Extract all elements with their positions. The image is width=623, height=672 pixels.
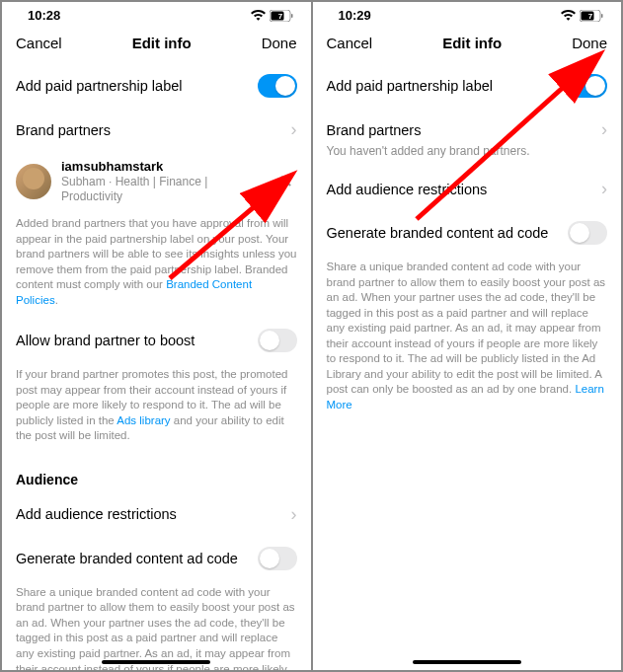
paid-partnership-toggle[interactable] [568,74,607,98]
brand-partners-row[interactable]: Brand partners › [2,109,311,151]
wifi-icon [251,10,266,21]
gen-help-body: Share a unique branded content ad code w… [16,586,295,670]
svg-text:7: 7 [588,12,593,21]
battery-icon: 7 [270,10,293,22]
audience-restrictions-row[interactable]: Add audience restrictions › [313,168,622,210]
done-button[interactable]: Done [572,35,607,51]
done-button[interactable]: Done [262,35,297,51]
phone-left: 10:28 7 Cancel Edit info Done Add paid p… [2,2,311,670]
cancel-button[interactable]: Cancel [16,35,62,51]
generate-code-toggle[interactable] [258,547,297,570]
svg-rect-8 [601,14,603,18]
content: Add paid partnership label Brand partner… [2,63,311,670]
avatar [16,164,51,199]
battery-icon: 7 [580,10,603,22]
page-title: Edit info [442,35,502,51]
status-right: 7 [251,10,293,22]
audience-section-label: Audience [2,454,311,493]
ads-library-link[interactable]: Ads library [117,414,170,426]
audience-restrictions-row[interactable]: Add audience restrictions › [2,493,311,536]
cancel-button[interactable]: Cancel [327,35,373,51]
generate-code-row[interactable]: Generate branded content ad code [313,210,622,256]
generate-code-label: Generate branded content ad code [327,225,549,241]
partners-help-text: Added brand partners that you have appro… [2,212,311,318]
nav-header: Cancel Edit info Done [313,25,622,63]
wifi-icon [561,10,576,21]
audience-restrictions-label: Add audience restrictions [327,182,488,197]
generate-code-toggle[interactable] [568,221,607,245]
status-bar: 10:29 7 [313,2,622,25]
gen-help-text: Share a unique branded content ad code w… [313,256,622,422]
partner-card: iamsubhamstark Subham · Health | Finance… [2,151,311,212]
page-title: Edit info [132,35,192,51]
allow-boost-label: Allow brand partner to boost [16,333,195,348]
status-bar: 10:28 7 [2,2,311,25]
generate-code-label: Generate branded content ad code [16,551,238,566]
home-indicator[interactable] [413,660,521,664]
chevron-right-icon: › [601,119,607,140]
allow-boost-toggle[interactable] [258,329,297,352]
status-time: 10:28 [28,8,60,23]
home-indicator[interactable] [102,660,210,664]
phone-right: 10:29 7 Cancel Edit info Done Add paid p… [313,2,622,670]
svg-text:7: 7 [277,12,282,21]
nav-header: Cancel Edit info Done [2,25,311,63]
chevron-right-icon: › [601,179,607,199]
status-time: 10:29 [339,8,371,23]
no-partners-text: You haven't added any brand partners. [313,142,622,168]
brand-partners-label: Brand partners [16,122,111,138]
partner-info: iamsubhamstark Subham · Health | Finance… [61,159,265,204]
svg-rect-2 [291,14,293,18]
chevron-right-icon: › [291,119,297,140]
remove-partner-icon[interactable]: ✕ [274,167,297,196]
paid-partnership-label: Add paid partnership label [16,78,182,94]
partners-help-body: Added brand partners that you have appro… [16,217,296,290]
status-right: 7 [561,10,603,22]
paid-partnership-row[interactable]: Add paid partnership label [313,63,622,109]
generate-code-row[interactable]: Generate branded content ad code [2,536,311,581]
chevron-right-icon: › [291,504,297,525]
boost-help-text: If your brand partner promotes this post… [2,363,311,454]
paid-partnership-label: Add paid partnership label [327,78,493,94]
partner-meta: Subham · Health | Finance | Productivity [61,175,265,204]
content: Add paid partnership label Brand partner… [313,63,622,670]
brand-partners-row[interactable]: Brand partners › [313,109,622,142]
gen-help-text: Share a unique branded content ad code w… [2,581,311,670]
audience-restrictions-label: Add audience restrictions [16,506,177,522]
paid-partnership-row[interactable]: Add paid partnership label [2,63,311,109]
allow-boost-row[interactable]: Allow brand partner to boost [2,318,311,363]
paid-partnership-toggle[interactable] [258,74,297,98]
gen-help-body: Share a unique branded content ad code w… [327,261,606,395]
brand-partners-label: Brand partners [327,122,422,138]
partner-username: iamsubhamstark [61,159,265,175]
